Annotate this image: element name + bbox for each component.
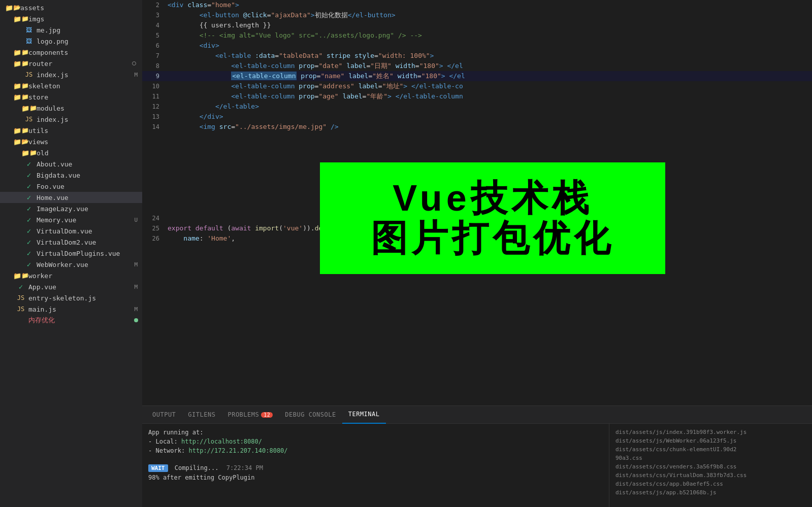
sidebar: 📂 assets 📁 imgs 🖼 me.jpg 🖼 logo.png 📁 co… <box>0 0 142 507</box>
sidebar-item-virtualdom2-vue[interactable]: ✓ VirtualDom2.vue <box>0 236 142 248</box>
code-line: 14 <img src="../assets/imgs/me.jpg" /> <box>142 122 812 132</box>
file-badge: M <box>134 72 138 78</box>
sidebar-label: App.vue <box>28 283 56 291</box>
code-line <box>142 142 812 152</box>
sidebar-label: VirtualDom.vue <box>37 227 92 235</box>
sidebar-label: utils <box>28 127 48 134</box>
panel-content: App running at: - Local: http://localhos… <box>142 424 812 507</box>
terminal-right-line: dist/assets/css/app.b0aefef5.css <box>615 480 806 488</box>
terminal-right-line: dist/assets/js/app.b521068b.js <box>615 488 806 497</box>
img-icon: 🖼 <box>24 37 34 46</box>
terminal-right-line: dist/assets/js/WebWorker.06a123f5.js <box>615 436 806 445</box>
js-icon: JS <box>24 70 34 79</box>
folder-icon: 📁 <box>16 92 25 102</box>
code-editor[interactable]: 2 <div class="home"> 3 <el-button @click… <box>142 0 812 405</box>
sidebar-item-modules[interactable]: 📁 modules <box>0 103 142 114</box>
terminal-right[interactable]: dist/assets/js/index.391b98f3.worker.js … <box>609 424 812 507</box>
tab-gitlens[interactable]: GITLENS <box>182 406 221 424</box>
terminal-line: 98% after emitting CopyPlugin <box>148 473 603 482</box>
terminal-right-line: dist/assets/css/venders.3a56f9b8.css <box>615 462 806 471</box>
sidebar-item-virtualdom-vue[interactable]: ✓ VirtualDom.vue <box>0 225 142 236</box>
code-line <box>142 132 812 142</box>
sidebar-label: imgs <box>28 15 44 23</box>
file-badge: M <box>134 261 138 268</box>
sidebar-item-main-js[interactable]: JS main.js M <box>0 303 142 315</box>
sidebar-item-store-index[interactable]: JS index.js <box>0 114 142 125</box>
overlay-banner: Vue技术栈 图片打包优化 <box>320 162 665 274</box>
terminal-line: WAIT Compiling... 7:22:34 PM <box>148 463 603 473</box>
sidebar-item-me-jpg[interactable]: 🖼 me.jpg <box>0 24 142 36</box>
sidebar-item-worker[interactable]: 📁 worker <box>0 270 142 281</box>
sidebar-label: index.js <box>37 71 69 79</box>
sidebar-label: logo.png <box>37 38 69 45</box>
tab-problems[interactable]: PROBLEMS 12 <box>221 406 279 424</box>
sidebar-item-bigdata-vue[interactable]: ✓ Bigdata.vue <box>0 170 142 181</box>
sidebar-label: Home.vue <box>37 194 69 201</box>
vue-icon: ✓ <box>16 282 25 291</box>
sidebar-item-home-vue[interactable]: ✓ Home.vue <box>0 192 142 203</box>
sidebar-label: Foo.vue <box>37 183 64 190</box>
editor-area: 2 <div class="home"> 3 <el-button @click… <box>142 0 812 507</box>
js-icon: JS <box>16 293 25 302</box>
code-line: 2 <div class="home"> <box>142 0 812 10</box>
terminal-line: - Local: http://localhost:8080/ <box>148 437 603 446</box>
vue-icon: ✓ <box>24 238 34 247</box>
sidebar-label: VirtualDomPlugins.vue <box>37 250 120 257</box>
sidebar-label: Memory.vue <box>37 216 76 224</box>
vue-icon: ✓ <box>24 171 34 180</box>
sidebar-item-webworker-vue[interactable]: ✓ WebWorker.vue M <box>0 259 142 270</box>
sidebar-item-views[interactable]: 📂 views <box>0 136 142 147</box>
sidebar-item-imgs[interactable]: 📁 imgs <box>0 13 142 24</box>
tab-terminal[interactable]: TERMINAL <box>342 406 386 424</box>
file-badge: U <box>134 217 138 223</box>
file-badge: M <box>134 284 138 290</box>
sidebar-item-memory-vue[interactable]: ✓ Memory.vue U <box>0 214 142 225</box>
sidebar-item-entry-skeleton[interactable]: JS entry-skeleton.js <box>0 292 142 303</box>
sidebar-label: components <box>28 49 68 56</box>
tab-output[interactable]: OUTPUT <box>146 406 182 424</box>
code-line: 13 </div> <box>142 112 812 122</box>
code-line: 12 </el-table> <box>142 102 812 112</box>
sidebar-item-old[interactable]: 📁 old <box>0 147 142 158</box>
sidebar-item-components[interactable]: 📁 components <box>0 47 142 58</box>
sidebar-item-skeleton[interactable]: 📁 skeleton <box>0 80 142 91</box>
sidebar-item-about-vue[interactable]: ✓ About.vue <box>0 158 142 170</box>
sidebar-label: me.jpg <box>37 26 60 34</box>
sidebar-item-logo-png[interactable]: 🖼 logo.png <box>0 36 142 47</box>
terminal-right-line: dist/assets/js/index.391b98f3.worker.js <box>615 428 806 436</box>
sidebar-item-utils[interactable]: 📁 utils <box>0 125 142 136</box>
wait-badge: WAIT <box>148 464 168 472</box>
code-line: 6 <div> <box>142 41 812 51</box>
sidebar-item-neicun[interactable]: 内存优化 <box>0 315 142 326</box>
terminal-line: App running at: <box>148 428 603 437</box>
sidebar-label: old <box>37 149 48 157</box>
tab-debug-console[interactable]: DEBUG CONSOLE <box>279 406 342 424</box>
sidebar-label: modules <box>37 105 64 112</box>
sidebar-item-virtualdomplugins-vue[interactable]: ✓ VirtualDomPlugins.vue <box>0 248 142 259</box>
js-icon: JS <box>16 305 25 314</box>
vue-icon: ✓ <box>24 159 34 168</box>
overlay-subtitle: 图片打包优化 <box>371 218 614 258</box>
sidebar-item-assets[interactable]: 📂 assets <box>0 2 142 13</box>
sidebar-label: entry-skeleton.js <box>28 294 96 302</box>
terminal-line <box>148 455 603 463</box>
folder-icon: 📁 <box>16 59 25 68</box>
sidebar-item-router-index[interactable]: JS index.js M <box>0 69 142 80</box>
code-line: 4 {{ users.length }} <box>142 20 812 30</box>
sidebar-item-store[interactable]: 📁 store <box>0 91 142 103</box>
folder-icon: 📁 <box>16 271 25 280</box>
sidebar-label: 内存优化 <box>28 316 55 325</box>
sidebar-item-app-vue[interactable]: ✓ App.vue M <box>0 281 142 292</box>
sidebar-item-imagelazy-vue[interactable]: ✓ ImageLazy.vue <box>0 203 142 214</box>
sidebar-label: ImageLazy.vue <box>37 205 88 213</box>
img-icon: 🖼 <box>24 25 34 35</box>
sidebar-item-router[interactable]: 📁 router <box>0 58 142 69</box>
terminal-right-line: 90a3.css <box>615 454 806 462</box>
sidebar-label: index.js <box>37 116 69 123</box>
vue-icon: ✓ <box>24 215 34 224</box>
code-line: 9 <el-table-column prop="name" label="姓名… <box>142 71 812 81</box>
terminal-left[interactable]: App running at: - Local: http://localhos… <box>142 424 609 507</box>
sidebar-item-foo-vue[interactable]: ✓ Foo.vue <box>0 181 142 192</box>
vue-icon: ✓ <box>24 193 34 202</box>
overlay-title: Vue技术栈 <box>393 178 592 218</box>
